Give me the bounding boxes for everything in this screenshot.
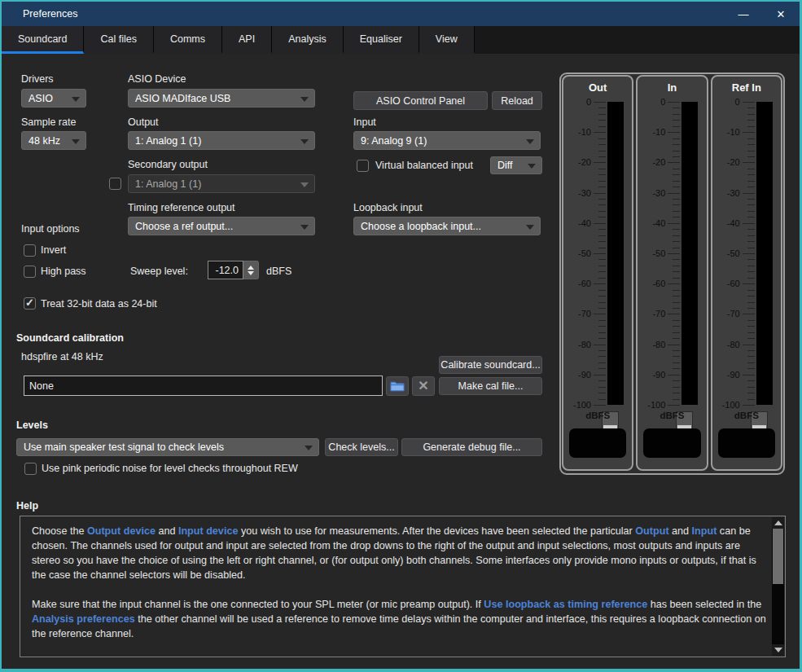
meter-scale-label: -60 — [727, 279, 740, 288]
timing-ref-select[interactable]: Choose a ref output... — [128, 217, 315, 235]
meter-scale-label: -40 — [727, 218, 740, 228]
calibrate-soundcard-button[interactable]: Calibrate soundcard... — [439, 356, 542, 374]
meter-tick — [743, 102, 755, 103]
scroll-up-button[interactable] — [772, 517, 784, 529]
meter-out-display — [569, 428, 626, 458]
cal-file-input[interactable]: None — [24, 376, 383, 396]
meter-tick — [598, 387, 606, 388]
invert-checkbox[interactable] — [24, 244, 36, 257]
secondary-output-select: 1: Analog 1 (1) — [128, 174, 315, 193]
meter-tick — [673, 290, 680, 291]
sample-rate-select-value: 48 kHz — [28, 135, 60, 147]
meter-scale-label: -40 — [652, 218, 665, 228]
meter-tick — [747, 229, 755, 230]
tab-view[interactable]: View — [419, 26, 475, 54]
scroll-down-button[interactable] — [772, 644, 784, 656]
tab-equaliser[interactable]: Equaliser — [344, 26, 419, 54]
tab-bar: Soundcard Cal files Comms API Analysis E… — [2, 26, 800, 54]
meter-out-scale: 0-10-20-30-40-50-60-70-80-90-100 — [565, 102, 629, 405]
high-pass-checkbox[interactable] — [24, 266, 36, 278]
meter-tick — [598, 302, 606, 303]
meter-tick — [747, 108, 755, 108]
tab-cal-files[interactable]: Cal files — [84, 26, 153, 54]
sweep-level-input[interactable]: -12.0 — [208, 261, 243, 279]
help-link: Input — [692, 525, 717, 537]
output-label: Output — [128, 116, 159, 128]
meter-in-units: dBFS — [638, 411, 706, 420]
meter-in-display — [643, 428, 700, 458]
generate-debug-file-button[interactable]: Generate debug file... — [401, 438, 542, 456]
meter-scale-label: -50 — [727, 248, 740, 258]
meter-scale-label: -80 — [727, 340, 740, 349]
meter-tick — [598, 332, 606, 333]
minimize-button[interactable]: — — [725, 2, 762, 26]
window-controls: — ✕ — [725, 2, 800, 26]
meter-tick — [747, 199, 755, 200]
asio-control-panel-button[interactable]: ASIO Control Panel — [353, 91, 488, 110]
meter-tick — [747, 302, 755, 303]
meter-tick — [747, 241, 755, 242]
meter-tick — [668, 132, 680, 133]
scrollbar-thumb[interactable] — [773, 529, 783, 584]
meter-tick — [594, 162, 606, 163]
pink-noise-checkbox[interactable] — [24, 463, 37, 475]
balanced-mode-select[interactable]: Diff — [490, 156, 542, 174]
sample-rate-select[interactable]: 48 kHz — [21, 131, 86, 150]
meter-scale-label: 0 — [735, 97, 740, 107]
output-select[interactable]: 1: Analog 1 (1) — [128, 131, 315, 150]
meter-scale-label: -70 — [578, 309, 591, 318]
drivers-select[interactable]: ASIO — [21, 89, 86, 108]
meter-tick — [598, 138, 606, 139]
asio-device-select[interactable]: ASIO MADIface USB — [128, 89, 315, 108]
sweep-level-spin-button[interactable] — [243, 261, 259, 279]
level-check-signal-select[interactable]: Use main speaker test signal to check le… — [16, 438, 319, 456]
virtual-balanced-checkbox[interactable] — [357, 160, 369, 172]
clear-cal-file-button[interactable]: ✕ — [412, 376, 435, 396]
meter-tick — [673, 108, 680, 108]
meter-tick — [743, 345, 755, 345]
make-cal-file-button[interactable]: Make cal file... — [439, 377, 542, 395]
timing-ref-label: Timing reference output — [128, 202, 235, 213]
spinner-down-icon — [248, 271, 254, 275]
meter-tick — [598, 144, 606, 145]
close-button[interactable]: ✕ — [762, 2, 800, 26]
secondary-output-checkbox[interactable] — [109, 178, 121, 190]
sweep-level-stepper: -12.0 — [208, 261, 259, 279]
meter-tick — [598, 204, 606, 205]
check-levels-button[interactable]: Check levels... — [325, 438, 398, 456]
meter-tick — [598, 399, 606, 400]
meter-tick — [598, 248, 606, 248]
meter-tick — [747, 399, 755, 400]
loopback-select[interactable]: Choose a loopback input... — [353, 217, 541, 235]
meter-tick — [673, 248, 680, 248]
input-select[interactable]: 9: Analog 9 (1) — [353, 131, 541, 150]
meter-tick — [673, 399, 680, 400]
meter-tick — [747, 296, 755, 296]
tab-analysis[interactable]: Analysis — [272, 26, 344, 54]
browse-cal-file-button[interactable] — [386, 376, 409, 396]
meter-tick — [673, 296, 680, 296]
meter-tick — [598, 266, 606, 266]
meter-tick — [594, 253, 606, 254]
meter-tick — [598, 235, 606, 236]
meter-tick — [743, 405, 755, 406]
meter-tick — [747, 151, 755, 152]
meter-tick — [598, 259, 606, 260]
help-scrollbar[interactable] — [772, 517, 784, 656]
treat-32bit-checkbox[interactable] — [24, 297, 36, 310]
meter-tick — [673, 211, 680, 212]
reload-button[interactable]: Reload — [492, 91, 542, 110]
meter-tick — [673, 356, 680, 357]
chevron-down-icon — [528, 164, 536, 169]
meter-tick — [743, 253, 755, 254]
meter-tick — [598, 114, 606, 115]
tab-api[interactable]: API — [222, 26, 272, 54]
meter-scale-label: -30 — [578, 188, 591, 198]
meter-tick — [673, 278, 680, 279]
meter-ref-in: Ref In 0-10-20-30-40-50-60-70-80-90-100 … — [711, 75, 782, 471]
tab-comms[interactable]: Comms — [154, 26, 222, 54]
meter-tick — [598, 393, 606, 393]
chevron-down-icon — [300, 225, 309, 230]
meter-tick — [673, 362, 680, 363]
tab-soundcard[interactable]: Soundcard — [2, 26, 84, 54]
